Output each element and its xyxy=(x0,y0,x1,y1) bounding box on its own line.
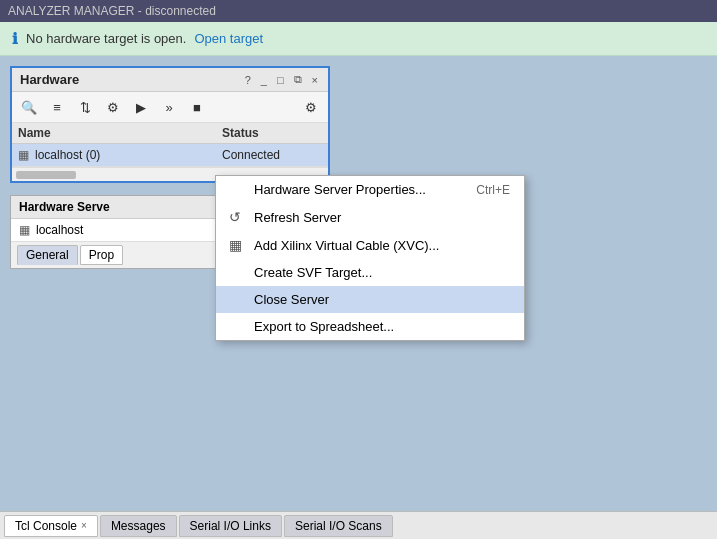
tab-messages[interactable]: Messages xyxy=(100,515,177,537)
svf-label: Create SVF Target... xyxy=(254,265,510,280)
refresh-label: Refresh Server xyxy=(254,210,510,225)
row-name-text: localhost (0) xyxy=(35,148,100,162)
settings-button[interactable]: ⚙ xyxy=(298,95,324,119)
top-bar: ANALYZER MANAGER - disconnected xyxy=(0,0,717,22)
step-button[interactable]: » xyxy=(156,95,182,119)
detach-button[interactable]: ⧉ xyxy=(292,73,304,86)
expand-button[interactable]: ≡ xyxy=(44,95,70,119)
hw-server-title: Hardware Serve xyxy=(19,200,110,214)
hw-row-icon: ▦ xyxy=(18,148,29,162)
tab-general[interactable]: General xyxy=(17,245,78,265)
col-status-header: Status xyxy=(222,126,322,140)
close-button[interactable]: × xyxy=(310,74,320,86)
context-menu: Hardware Server Properties... Ctrl+E ↺ R… xyxy=(215,175,525,341)
hw-props-shortcut: Ctrl+E xyxy=(476,183,510,197)
serial-io-scans-label: Serial I/O Scans xyxy=(295,519,382,533)
sort-button[interactable]: ⇅ xyxy=(72,95,98,119)
tab-serial-io-links[interactable]: Serial I/O Links xyxy=(179,515,282,537)
target-button[interactable]: ⚙ xyxy=(100,95,126,119)
toolbar: 🔍 ≡ ⇅ ⚙ ▶ » ■ ⚙ xyxy=(12,92,328,123)
bottom-tabs: Tcl Console × Messages Serial I/O Links … xyxy=(0,511,717,539)
run-button[interactable]: ▶ xyxy=(128,95,154,119)
stop-button[interactable]: ■ xyxy=(184,95,210,119)
hw-server-icon: ▦ xyxy=(19,223,30,237)
info-icon: ℹ xyxy=(12,30,18,48)
col-name-header: Name xyxy=(18,126,222,140)
hw-props-label: Hardware Server Properties... xyxy=(254,182,466,197)
menu-item-create-svf[interactable]: Create SVF Target... xyxy=(216,259,524,286)
search-button[interactable]: 🔍 xyxy=(16,95,42,119)
panel-title: Hardware xyxy=(20,72,79,87)
help-button[interactable]: ? xyxy=(243,74,253,86)
hw-table: Name Status ▦ localhost (0) Connected xyxy=(12,123,328,167)
table-row[interactable]: ▦ localhost (0) Connected xyxy=(12,144,328,167)
tcl-close-icon[interactable]: × xyxy=(81,520,87,531)
hw-server-name: localhost xyxy=(36,223,83,237)
messages-label: Messages xyxy=(111,519,166,533)
top-bar-title: ANALYZER MANAGER - disconnected xyxy=(8,4,216,18)
menu-item-close-server[interactable]: Close Server xyxy=(216,286,524,313)
tcl-console-label: Tcl Console xyxy=(15,519,77,533)
minimize-button[interactable]: _ xyxy=(259,74,269,86)
serial-io-links-label: Serial I/O Links xyxy=(190,519,271,533)
refresh-icon: ↺ xyxy=(226,209,244,225)
hw-table-header: Name Status xyxy=(12,123,328,144)
scroll-thumb[interactable] xyxy=(16,171,76,179)
panel-controls: ? _ □ ⧉ × xyxy=(243,73,320,86)
close-server-label: Close Server xyxy=(254,292,510,307)
open-target-link[interactable]: Open target xyxy=(194,31,263,46)
tab-serial-io-scans[interactable]: Serial I/O Scans xyxy=(284,515,393,537)
xvc-icon: ▦ xyxy=(226,237,244,253)
hardware-panel: Hardware ? _ □ ⧉ × 🔍 ≡ ⇅ ⚙ ▶ » ■ ⚙ Name … xyxy=(10,66,330,183)
tab-prop[interactable]: Prop xyxy=(80,245,123,265)
menu-item-refresh-server[interactable]: ↺ Refresh Server xyxy=(216,203,524,231)
maximize-button[interactable]: □ xyxy=(275,74,286,86)
menu-item-add-xvc[interactable]: ▦ Add Xilinx Virtual Cable (XVC)... xyxy=(216,231,524,259)
panel-header: Hardware ? _ □ ⧉ × xyxy=(12,68,328,92)
menu-item-hw-server-props[interactable]: Hardware Server Properties... Ctrl+E xyxy=(216,176,524,203)
info-bar: ℹ No hardware target is open. Open targe… xyxy=(0,22,717,56)
menu-item-export-spreadsheet[interactable]: Export to Spreadsheet... xyxy=(216,313,524,340)
xvc-label: Add Xilinx Virtual Cable (XVC)... xyxy=(254,238,510,253)
row-status: Connected xyxy=(222,148,322,162)
export-label: Export to Spreadsheet... xyxy=(254,319,510,334)
tab-tcl-console[interactable]: Tcl Console × xyxy=(4,515,98,537)
info-message: No hardware target is open. xyxy=(26,31,186,46)
row-name: ▦ localhost (0) xyxy=(18,148,222,162)
